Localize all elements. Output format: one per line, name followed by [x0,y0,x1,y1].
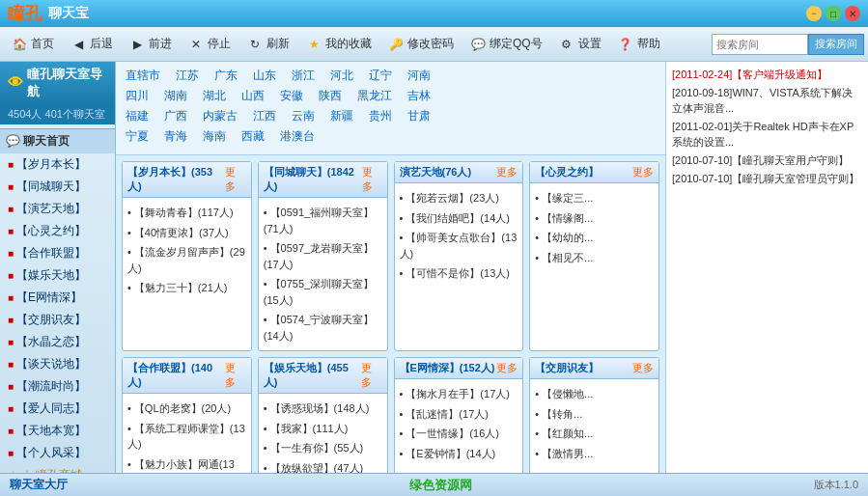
room-item-5-2[interactable]: 【一生有你】(55人) [264,438,382,458]
region-shandong[interactable]: 山东 [253,68,276,84]
sidebar-item-5[interactable]: ■【媒乐天地】 [0,264,115,287]
region-jilin[interactable]: 吉林 [407,88,431,104]
room-card-title-2[interactable]: 演艺天地(76人) [400,165,472,179]
room-item-0-0[interactable]: 【舞动青春】(117人) [127,203,246,223]
minimize-button[interactable]: － [806,6,822,21]
room-item-0-1[interactable]: 【40情更浓】(37人) [127,223,246,243]
refresh-button[interactable]: 刷新 [239,32,296,57]
room-card-title-6[interactable]: 【E网情深】(152人) [400,361,495,375]
room-card-title-7[interactable]: 【交朋识友】 [535,361,599,375]
back-button[interactable]: 后退 [63,32,120,57]
region-jiangxi[interactable]: 江西 [253,108,276,124]
room-item-3-3[interactable]: 【相见不... [535,248,654,268]
sidebar-item-12[interactable]: ■【天地本宽】 [0,420,115,442]
sidebar-item-1[interactable]: ■【同城聊天】 [0,176,115,198]
region-fujian[interactable]: 福建 [126,108,149,124]
room-item-5-3[interactable]: 【放纵欲望】(47人) [264,458,382,474]
region-shaanxi[interactable]: 陕西 [319,88,342,104]
room-item-6-2[interactable]: 【一世情缘】(16人) [400,424,518,444]
region-anhui[interactable]: 安徽 [280,88,303,104]
news-item-4[interactable]: [2010-07-10]【瞳孔聊天室管理员守则】 [672,172,862,186]
region-qinghai[interactable]: 青海 [164,128,187,145]
room-item-0-3[interactable]: 【魅力三十】(21人) [127,278,246,298]
room-card-more-4[interactable]: 更多 [225,361,246,390]
forward-button[interactable]: 前进 [122,32,179,57]
room-card-title-1[interactable]: 【同城聊天】(1842人) [264,165,362,194]
room-item-2-2[interactable]: 【帅哥美女点歌台】(13人) [400,228,518,263]
sidebar-item-3[interactable]: ■【心灵之约】 [0,220,115,242]
maximize-button[interactable]: □ [826,6,841,21]
room-item-1-0[interactable]: 【0591_福州聊天室】(71人) [264,203,382,238]
search-button[interactable]: 搜索房间 [808,34,864,55]
room-card-title-3[interactable]: 【心灵之约】 [535,165,599,179]
sidebar-item-4[interactable]: ■【合作联盟】 [0,242,115,264]
sidebar-item-10[interactable]: ■【潮流时尚】 [0,375,115,398]
region-hubei[interactable]: 湖北 [203,88,226,104]
room-card-more-3[interactable]: 更多 [632,165,654,179]
room-item-7-0[interactable]: 【侵懒地... [535,384,654,404]
stop-button[interactable]: 停止 [181,32,238,57]
region-xinjiang[interactable]: 新疆 [330,108,353,124]
room-item-1-1[interactable]: 【0597_龙岩聊天室】(17人) [264,238,382,274]
region-ningxia[interactable]: 宁夏 [126,128,149,145]
home-button[interactable]: 首页 [4,32,61,57]
sidebar-item-14[interactable]: ☆☆ 瞳孔商城 [0,464,115,473]
region-gangaotai[interactable]: 港澳台 [280,128,315,145]
change-password-button[interactable]: 修改密码 [380,32,461,57]
room-item-7-3[interactable]: 【激情男... [535,444,654,464]
region-heilongjiang[interactable]: 黑龙江 [357,88,392,104]
region-xizang[interactable]: 西藏 [241,128,265,145]
room-item-7-2[interactable]: 【红颜知... [535,424,654,444]
region-hunan[interactable]: 湖南 [164,88,187,104]
room-item-1-3[interactable]: 【0574_宁波聊天室】(14人) [264,310,382,345]
sidebar-item-8[interactable]: ■【水晶之恋】 [0,331,115,353]
region-yunnan[interactable]: 云南 [292,108,315,124]
bind-qq-button[interactable]: 绑定QQ号 [462,32,549,57]
room-item-0-2[interactable]: 【流金岁月留声声】(29人) [127,242,246,278]
room-item-6-0[interactable]: 【掬水月在手】(17人) [400,384,518,404]
news-item-0[interactable]: [2011-02-24]【客户端升级通知】 [672,68,862,82]
region-guizhou[interactable]: 贵州 [369,108,392,124]
sidebar-item-11[interactable]: ■【爱人同志】 [0,398,115,420]
room-card-more-0[interactable]: 更多 [225,165,246,194]
room-card-more-7[interactable]: 更多 [632,361,654,375]
room-card-more-5[interactable]: 更多 [361,361,382,390]
region-shanxi[interactable]: 山西 [241,88,265,104]
region-hainan[interactable]: 海南 [203,128,226,145]
favorites-button[interactable]: 我的收藏 [298,32,378,57]
room-item-6-1[interactable]: 【乱迷情】(17人) [400,404,518,425]
help-button[interactable]: 帮助 [610,32,667,57]
room-item-5-0[interactable]: 【诱惑现场】(148人) [264,399,382,419]
region-liaoning[interactable]: 辽宁 [369,68,392,84]
room-card-title-5[interactable]: 【娱乐天地】(455人) [264,361,361,390]
room-item-3-1[interactable]: 【情缘阁... [535,208,654,229]
region-hebei[interactable]: 河北 [330,68,353,84]
room-card-more-6[interactable]: 更多 [496,361,518,375]
sidebar-item-9[interactable]: ■【谈天说地】 [0,353,115,375]
room-item-3-0[interactable]: 【缘定三... [535,188,654,208]
room-card-more-2[interactable]: 更多 [496,165,518,179]
room-item-6-3[interactable]: 【E爱钟情】(14人) [400,444,518,464]
region-henan[interactable]: 河南 [407,68,431,84]
room-item-4-0[interactable]: 【QL的老窝】(20人) [127,399,246,419]
region-neimenggu[interactable]: 内蒙古 [203,108,238,124]
sidebar-item-7[interactable]: ■【交朋识友】 [0,309,115,331]
room-card-more-1[interactable]: 更多 [362,165,382,194]
sidebar-item-0[interactable]: ■【岁月本长】 [0,153,115,176]
sidebar-item-2[interactable]: ■【演艺天地】 [0,198,115,220]
region-zhejiang[interactable]: 浙江 [292,68,315,84]
room-item-3-2[interactable]: 【幼幼的... [535,228,654,248]
news-item-2[interactable]: [2011-02-01]关于Realtek HD声卡在XP系统的设置... [672,120,862,150]
region-gansu[interactable]: 甘肃 [407,108,431,124]
region-zhixiashi[interactable]: 直辖市 [126,68,160,84]
search-input[interactable] [712,34,808,55]
region-guangdong[interactable]: 广东 [214,68,238,84]
room-item-4-2[interactable]: 【魅力小族】网通(13人) [127,455,246,474]
settings-button[interactable]: 设置 [551,32,608,57]
room-item-1-2[interactable]: 【0755_深圳聊天室】(15人) [264,274,382,310]
room-card-title-4[interactable]: 【合作联盟】(140人) [127,361,225,390]
region-sichuan[interactable]: 四川 [126,88,149,104]
room-item-5-1[interactable]: 【我家】(111人) [264,419,382,439]
sidebar-item-6[interactable]: ■【E网情深】 [0,287,115,309]
region-guangxi[interactable]: 广西 [164,108,187,124]
